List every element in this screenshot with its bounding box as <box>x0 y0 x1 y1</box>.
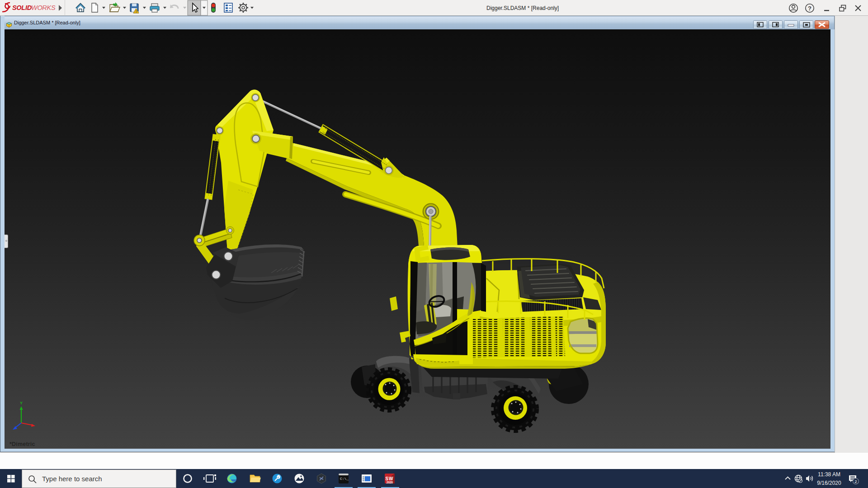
svg-text:2020: 2020 <box>387 481 393 484</box>
svg-text:11:38 AM: 11:38 AM <box>818 471 840 478</box>
svg-text:WORKS: WORKS <box>31 4 56 11</box>
svg-text:9/16/2020: 9/16/2020 <box>817 480 841 486</box>
svg-text:?: ? <box>808 5 811 12</box>
svg-text:C:\_: C:\_ <box>340 477 349 481</box>
svg-text:SOLID: SOLID <box>12 4 32 11</box>
svg-text:Y: Y <box>20 401 23 405</box>
svg-text:2: 2 <box>854 479 857 484</box>
svg-text:!: ! <box>136 9 137 14</box>
